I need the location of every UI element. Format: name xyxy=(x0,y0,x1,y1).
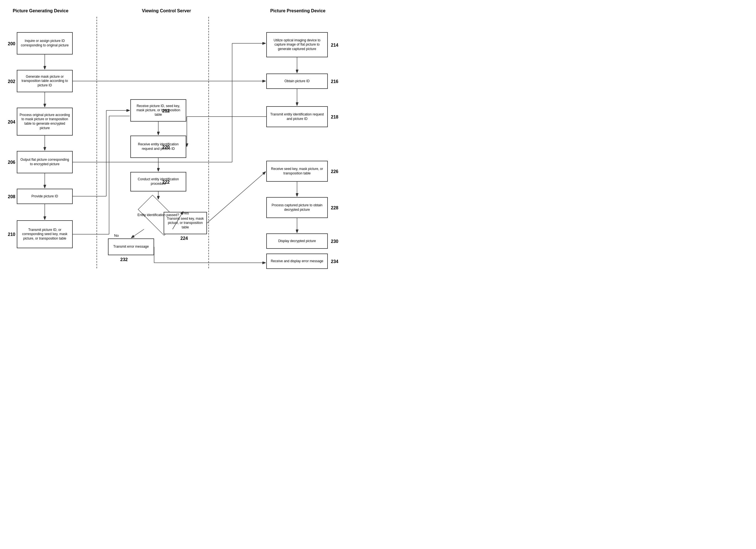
box-202: Generate mask picture or transposition t… xyxy=(17,70,73,92)
ref-210: 210 xyxy=(8,232,15,237)
ref-234: 234 xyxy=(331,259,338,264)
box-218: Transmit entity identification request a… xyxy=(266,106,328,127)
box-232: Transmit error message xyxy=(108,239,154,255)
yes-label: Yes xyxy=(183,211,189,215)
box-234: Receive and display error message xyxy=(266,254,328,269)
box-212: Receive picture ID, seed key, mask pictu… xyxy=(130,99,186,122)
ref-226: 226 xyxy=(331,169,338,174)
ref-228: 228 xyxy=(331,206,338,211)
ref-216: 216 xyxy=(331,79,338,84)
ref-204: 204 xyxy=(8,120,15,125)
box-228: Process captured picture to obtain decry… xyxy=(266,197,328,218)
ref-206: 206 xyxy=(8,160,15,165)
box-222: Conduct entity identification procedure xyxy=(130,172,186,192)
box-200: Inquire or assign picture ID correspondi… xyxy=(17,32,73,55)
ref-208: 208 xyxy=(8,194,15,199)
title-middle: Viewing Control Server xyxy=(129,8,204,13)
box-206: Output flat picture corresponding to enc… xyxy=(17,151,73,173)
ref-202: 202 xyxy=(8,79,15,84)
ref-214: 214 xyxy=(331,43,338,48)
box-208: Provide picture ID xyxy=(17,189,73,204)
box-220: Receive entity identification request an… xyxy=(130,136,186,158)
separator-left xyxy=(96,17,97,269)
ref-232: 232 xyxy=(120,257,128,262)
ref-224: 224 xyxy=(180,236,188,241)
title-right: Picture Presenting Device xyxy=(257,8,338,13)
separator-right xyxy=(208,17,209,269)
ref-230: 230 xyxy=(331,239,338,244)
box-214: Utilize optical imaging device to captur… xyxy=(266,32,328,57)
box-216: Obtain picture ID xyxy=(266,74,328,89)
box-226: Receive seed key, mask picture, or trans… xyxy=(266,161,328,182)
ref-218: 218 xyxy=(331,115,338,120)
ref-212: 212 xyxy=(162,109,170,114)
no-label: No xyxy=(114,234,119,238)
svg-line-26 xyxy=(207,172,266,223)
ref-200: 200 xyxy=(8,41,15,46)
ref-220: 220 xyxy=(162,145,170,150)
box-230: Display decrypted picture xyxy=(266,234,328,249)
diagram-container: Picture Generating Device Viewing Contro… xyxy=(0,0,355,274)
ref-222: 222 xyxy=(162,180,170,185)
box-210: Transmit picture ID, or corresponding se… xyxy=(17,220,73,248)
box-204: Process original picture according to ma… xyxy=(17,108,73,136)
title-left: Picture Generating Device xyxy=(8,8,73,13)
